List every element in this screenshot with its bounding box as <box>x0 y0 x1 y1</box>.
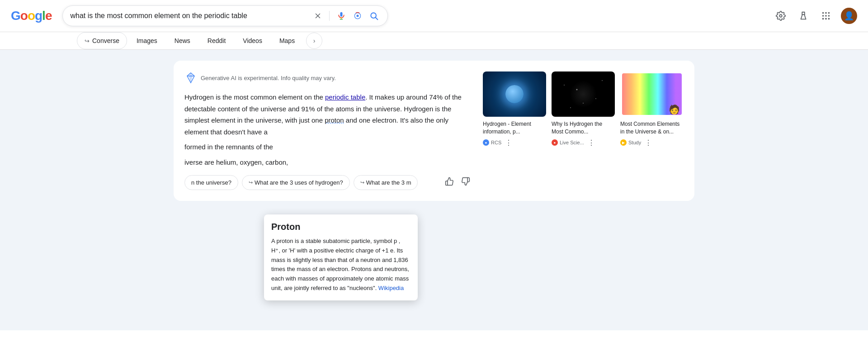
tab-images[interactable]: Images <box>129 32 165 49</box>
ai-remnants-text: formed in the remnants of the <box>184 143 273 151</box>
cartoon-decoration: 🧑 <box>669 104 680 115</box>
svg-point-12 <box>825 12 827 14</box>
source-icon-1: ● <box>483 139 489 146</box>
wikipedia-link[interactable]: Wikipedia <box>378 285 404 291</box>
source-name-2: Live Scie... <box>560 140 584 145</box>
image-more-button-2[interactable]: ⋮ <box>586 138 597 148</box>
tab-maps-label: Maps <box>279 37 295 44</box>
search-input[interactable]: what is the most common element on the p… <box>70 12 308 20</box>
svg-point-15 <box>825 15 827 17</box>
chip-more[interactable]: ↪ What are the 3 m <box>354 175 418 190</box>
image-source-3: ▶ Study ⋮ <box>620 138 684 148</box>
image-more-button-1[interactable]: ⋮ <box>503 138 514 148</box>
ai-text-part3: formed in the remnants of the <box>184 141 472 153</box>
tab-images-label: Images <box>137 37 157 44</box>
svg-point-13 <box>828 12 830 14</box>
ai-gem-icon <box>184 71 197 84</box>
image-more-button-3[interactable]: ⋮ <box>643 138 654 148</box>
image-caption-3: Most Common Elements in the Universe & o… <box>620 120 684 136</box>
image-source-2: ● Live Scie... ⋮ <box>552 138 615 148</box>
image-thumb-2 <box>552 71 615 117</box>
svg-line-8 <box>376 18 378 20</box>
proton-link[interactable]: proton <box>325 116 344 124</box>
ai-text: Hydrogen is the most common element on t… <box>184 91 472 138</box>
chip-more-arrow-icon: ↪ <box>360 180 364 186</box>
header: Google what is the most common element o… <box>0 0 868 32</box>
lens-button[interactable] <box>351 10 364 22</box>
tab-news[interactable]: News <box>167 32 198 49</box>
svg-point-6 <box>357 15 359 17</box>
ai-image-cards: Hydrogen - Element information, p... ● R… <box>483 71 684 190</box>
logo-o1: o <box>20 9 28 23</box>
chip-more-label: What are the 3 m <box>366 179 411 186</box>
svg-point-14 <box>822 15 824 17</box>
tab-news-label: News <box>175 37 190 44</box>
svg-point-18 <box>825 18 827 20</box>
settings-button[interactable] <box>773 8 788 24</box>
periodic-table-link[interactable]: periodic table <box>325 93 365 101</box>
tab-converse[interactable]: ↪ Converse <box>77 32 127 49</box>
google-logo[interactable]: Google <box>11 9 52 23</box>
source-name-3: Study <box>628 140 641 145</box>
svg-point-17 <box>822 18 824 20</box>
image-caption-2: Why Is Hydrogen the Most Commo... <box>552 120 615 136</box>
tooltip-text: A proton is a stable subatomic particle,… <box>271 237 410 293</box>
ai-text-part4: iverse are helium, oxygen, carbon, <box>184 157 472 168</box>
logo-l: l <box>42 9 45 23</box>
logo-o2: o <box>28 9 35 23</box>
image-card-1[interactable]: Hydrogen - Element information, p... ● R… <box>483 71 546 190</box>
nav-tabs: ↪ Converse Images News Reddit Videos Map… <box>0 32 868 50</box>
ai-answer-box: Generative AI is experimental. Info qual… <box>174 61 694 201</box>
search-bar[interactable]: what is the most common element on the p… <box>62 5 388 26</box>
svg-point-9 <box>779 14 782 17</box>
labs-button[interactable] <box>796 8 811 24</box>
tooltip-title: Proton <box>271 222 410 232</box>
clear-button[interactable] <box>312 10 324 22</box>
voice-search-button[interactable] <box>335 10 348 22</box>
user-avatar[interactable]: 👤 <box>841 8 857 24</box>
tab-converse-label: Converse <box>92 37 119 44</box>
logo-g2: g <box>35 9 42 23</box>
chip-uses-arrow-icon: ↪ <box>249 180 253 186</box>
logo-e: e <box>45 9 52 23</box>
ai-header: Generative AI is experimental. Info qual… <box>184 71 472 84</box>
bottom-chips: n the universe? ↪ What are the 3 uses of… <box>184 175 472 190</box>
ai-left-panel: Generative AI is experimental. Info qual… <box>184 71 472 190</box>
thumbs-down-button[interactable] <box>459 175 472 190</box>
image-card-2[interactable]: Why Is Hydrogen the Most Commo... ● Live… <box>552 71 615 190</box>
svg-point-16 <box>828 15 830 17</box>
svg-rect-2 <box>340 12 343 17</box>
tab-videos-label: Videos <box>243 37 262 44</box>
chip-uses-label: What are the 3 uses of hydrogen? <box>255 179 343 186</box>
more-tabs-button[interactable]: › <box>306 33 322 49</box>
tab-maps[interactable]: Maps <box>272 32 302 49</box>
image-thumb-3: 🧑 <box>620 71 684 117</box>
proton-tooltip: Proton A proton is a stable subatomic pa… <box>264 214 418 300</box>
ai-disclaimer: Generative AI is experimental. Info qual… <box>201 75 336 81</box>
chip-universe-label: n the universe? <box>191 179 231 186</box>
source-icon-3: ▶ <box>620 139 627 146</box>
stars-decoration <box>552 71 615 117</box>
apps-button[interactable] <box>818 8 834 24</box>
logo-g: G <box>11 9 20 23</box>
main-content: Generative AI is experimental. Info qual… <box>0 50 868 330</box>
tab-reddit-label: Reddit <box>208 37 226 44</box>
converse-arrow-icon: ↪ <box>85 38 90 44</box>
image-caption-1: Hydrogen - Element information, p... <box>483 120 546 136</box>
svg-point-19 <box>828 18 830 20</box>
chip-uses[interactable]: ↪ What are the 3 uses of hydrogen? <box>242 175 350 190</box>
thumbs-up-button[interactable] <box>443 175 456 190</box>
image-card-3[interactable]: 🧑 Most Common Elements in the Universe &… <box>620 71 684 190</box>
ai-more-text: iverse are helium, oxygen, carbon, <box>184 158 288 166</box>
search-button[interactable] <box>368 10 380 22</box>
image-thumb-1 <box>483 71 546 117</box>
source-icon-2: ● <box>552 139 558 146</box>
source-name-1: RCS <box>491 140 501 145</box>
divider <box>329 11 330 21</box>
tab-reddit[interactable]: Reddit <box>200 32 233 49</box>
tab-videos[interactable]: Videos <box>235 32 270 49</box>
content-container: Generative AI is experimental. Info qual… <box>163 61 705 201</box>
image-source-1: ● RCS ⋮ <box>483 138 546 148</box>
svg-point-11 <box>822 12 824 14</box>
chip-universe[interactable]: n the universe? <box>184 175 238 190</box>
